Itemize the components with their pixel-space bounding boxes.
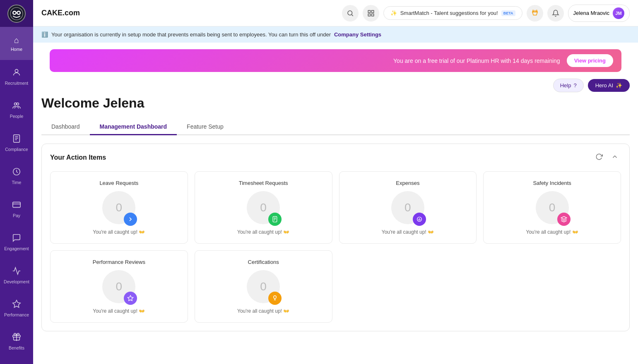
notifications-button[interactable] bbox=[547, 5, 564, 22]
sidebar-item-pay[interactable]: Pay bbox=[0, 192, 33, 225]
svg-point-0 bbox=[10, 7, 23, 20]
leave-requests-status: You're all caught up! 👐 bbox=[93, 229, 145, 235]
user-initials: JM bbox=[615, 11, 621, 16]
safety-incidents-visual: 0 bbox=[536, 191, 569, 224]
sidebar-logo bbox=[0, 0, 33, 27]
sidebar-item-engagement[interactable]: Engagement bbox=[0, 225, 33, 259]
help-icon: ? bbox=[573, 82, 576, 89]
leave-requests-card[interactable]: Leave Requests 0 You're all caught up! 👐 bbox=[50, 171, 188, 244]
performance-reviews-icon bbox=[124, 292, 137, 305]
grid-button[interactable] bbox=[363, 5, 379, 22]
leave-requests-icon bbox=[124, 213, 137, 226]
svg-point-6 bbox=[14, 103, 17, 105]
sidebar-item-time[interactable]: Time bbox=[0, 159, 33, 192]
topbar: CAKE.com ✨ SmartMatch - Talent suggestio… bbox=[33, 0, 638, 26]
svg-rect-21 bbox=[371, 14, 373, 16]
sidebar-item-time-label: Time bbox=[12, 180, 22, 185]
timesheet-requests-card[interactable]: Timesheet Requests 0 You're all caught u… bbox=[195, 171, 332, 244]
benefits-icon bbox=[12, 333, 21, 344]
svg-point-17 bbox=[348, 11, 352, 15]
sidebar-item-people-label: People bbox=[10, 114, 24, 119]
expenses-visual: 0 bbox=[391, 191, 424, 224]
certifications-icon bbox=[268, 292, 282, 305]
view-pricing-button[interactable]: View pricing bbox=[567, 54, 613, 67]
smartmatch-icon: ✨ bbox=[390, 10, 397, 16]
action-row: Help ? Hero AI ✨ bbox=[41, 72, 630, 96]
expenses-card[interactable]: Expenses 0 You're all caught up! 👐 bbox=[339, 171, 477, 244]
certifications-status: You're all caught up! 👐 bbox=[237, 308, 289, 314]
tabs: Dashboard Management Dashboard Feature S… bbox=[41, 119, 630, 135]
sidebar-item-people[interactable]: People bbox=[0, 93, 33, 126]
tab-management-dashboard[interactable]: Management Dashboard bbox=[90, 119, 177, 135]
trial-text: You are on a free trial of our Platinum … bbox=[393, 57, 560, 64]
svg-rect-19 bbox=[371, 10, 373, 12]
section-header: Your Action Items bbox=[50, 152, 621, 163]
sidebar-item-development-label: Development bbox=[4, 279, 29, 284]
info-icon: ℹ️ bbox=[41, 31, 48, 38]
certifications-visual: 0 bbox=[247, 270, 280, 303]
compliance-icon bbox=[12, 134, 21, 145]
development-icon bbox=[12, 266, 21, 278]
performance-reviews-title: Performance Reviews bbox=[93, 259, 145, 265]
content-area: You are on a free trial of our Platinum … bbox=[33, 43, 638, 364]
recruitment-icon bbox=[12, 68, 21, 79]
action-items-row-1: Leave Requests 0 You're all caught up! 👐… bbox=[50, 171, 621, 244]
sidebar-item-pay-label: Pay bbox=[13, 213, 20, 218]
performance-reviews-visual: 0 bbox=[102, 270, 135, 303]
timesheet-requests-icon bbox=[268, 213, 282, 226]
beta-badge: BETA bbox=[501, 10, 515, 16]
sidebar-item-home[interactable]: ⌂ Home bbox=[0, 27, 33, 60]
svg-point-7 bbox=[17, 103, 19, 105]
sidebar-item-recruitment[interactable]: Recruitment bbox=[0, 60, 33, 93]
home-icon: ⌂ bbox=[14, 36, 19, 45]
hero-ai-label: Hero AI bbox=[595, 82, 613, 89]
help-button[interactable]: Help ? bbox=[553, 79, 584, 92]
sidebar-item-benefits-label: Benefits bbox=[9, 345, 24, 350]
time-icon bbox=[12, 167, 21, 178]
svg-point-4 bbox=[18, 12, 20, 14]
sidebar-item-compliance[interactable]: Compliance bbox=[0, 126, 33, 159]
sidebar-item-home-label: Home bbox=[11, 47, 22, 52]
sidebar-item-compliance-label: Compliance bbox=[5, 147, 28, 152]
certifications-title: Certifications bbox=[248, 259, 279, 265]
search-button[interactable] bbox=[342, 5, 359, 22]
timesheet-requests-visual: 0 bbox=[247, 191, 280, 224]
refresh-button[interactable] bbox=[593, 152, 605, 163]
svg-rect-18 bbox=[368, 10, 370, 12]
smartmatch-label: SmartMatch - Talent suggestions for you! bbox=[400, 10, 498, 16]
user-menu-button[interactable]: Jelena Mraovic JM bbox=[568, 5, 630, 22]
tab-dashboard[interactable]: Dashboard bbox=[41, 119, 90, 135]
company-settings-link[interactable]: Company Settings bbox=[334, 31, 381, 38]
help-label: Help bbox=[560, 82, 571, 89]
hero-ai-button[interactable]: Hero AI ✨ bbox=[588, 79, 630, 92]
sidebar-item-performance[interactable]: Performance bbox=[0, 292, 33, 325]
action-items-row-2: Performance Reviews 0 You're all caught … bbox=[50, 250, 621, 323]
performance-reviews-status: You're all caught up! 👐 bbox=[93, 308, 145, 314]
leave-requests-visual: 0 bbox=[102, 191, 135, 224]
app-title: CAKE.com bbox=[41, 9, 337, 17]
sidebar: ⌂ Home Recruitment People Compliance bbox=[0, 0, 33, 364]
trial-banner: You are on a free trial of our Platinum … bbox=[50, 49, 621, 72]
collapse-button[interactable] bbox=[609, 152, 621, 163]
hero-ai-icon: ✨ bbox=[616, 82, 622, 89]
flask-button[interactable] bbox=[527, 5, 543, 22]
section-controls bbox=[593, 152, 621, 163]
svg-point-3 bbox=[14, 12, 16, 14]
sidebar-item-performance-label: Performance bbox=[4, 312, 29, 317]
safety-incidents-card[interactable]: Safety Incidents 0 You're all caught up!… bbox=[483, 171, 621, 244]
tab-feature-setup[interactable]: Feature Setup bbox=[177, 119, 234, 135]
sidebar-item-benefits[interactable]: Benefits bbox=[0, 325, 33, 358]
timesheet-requests-title: Timesheet Requests bbox=[239, 180, 288, 186]
timesheet-requests-status: You're all caught up! 👐 bbox=[237, 229, 289, 235]
svg-marker-28 bbox=[128, 295, 133, 301]
safety-incidents-title: Safety Incidents bbox=[533, 180, 571, 186]
section-title: Your Action Items bbox=[50, 154, 106, 161]
performance-reviews-card[interactable]: Performance Reviews 0 You're all caught … bbox=[50, 250, 188, 323]
certifications-card[interactable]: Certifications 0 You're all caught up! 👐 bbox=[195, 250, 332, 323]
smartmatch-button[interactable]: ✨ SmartMatch - Talent suggestions for yo… bbox=[383, 6, 522, 20]
info-banner: ℹ️ Your organisation is currently in set… bbox=[33, 26, 638, 43]
sidebar-item-development[interactable]: Development bbox=[0, 259, 33, 292]
people-icon bbox=[12, 101, 21, 112]
safety-incidents-icon bbox=[557, 213, 571, 226]
engagement-icon bbox=[12, 233, 21, 244]
